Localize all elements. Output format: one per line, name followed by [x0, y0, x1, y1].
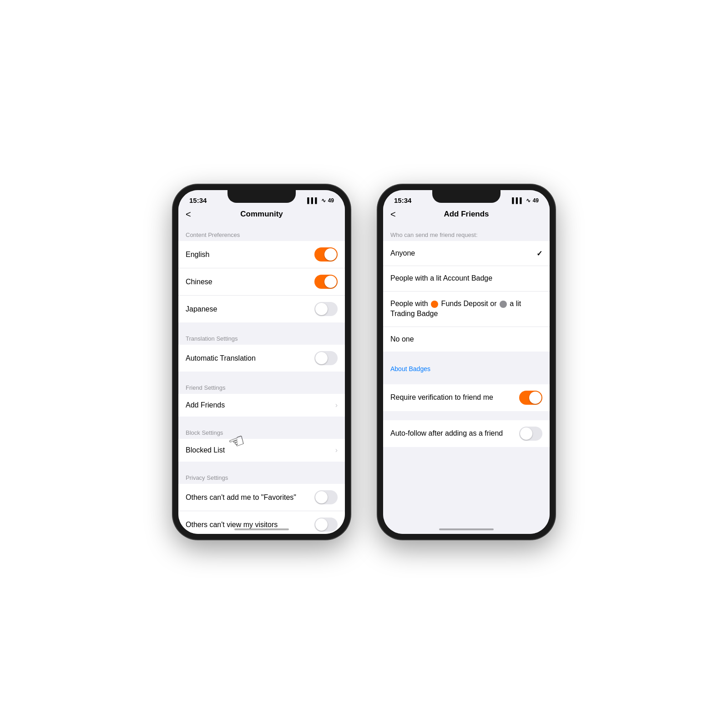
friend-option-anyone[interactable]: Anyone ✓	[383, 241, 550, 266]
no-favorites-label: Others can't add me to "Favorites"	[186, 493, 296, 502]
section-header-privacy: Privacy Settings	[178, 471, 345, 484]
settings-item-japanese[interactable]: Japanese	[178, 296, 345, 322]
auto-follow-label: Auto-follow after adding as a friend	[390, 429, 503, 437]
signal-icon: ▌▌▌	[307, 197, 319, 204]
add-friends-chevron: ›	[335, 401, 338, 409]
english-toggle-knob	[324, 248, 337, 261]
back-button-2[interactable]: <	[390, 209, 396, 220]
japanese-label: Japanese	[186, 305, 217, 313]
page-title-1: Community	[240, 210, 283, 219]
settings-item-auto-follow[interactable]: Auto-follow after adding as a friend	[383, 420, 550, 447]
settings-item-no-visitors[interactable]: Others can't view my visitors	[178, 511, 345, 534]
section-header-block: Block Settings	[178, 426, 345, 439]
section-header-translation: Translation Settings	[178, 332, 345, 345]
friend-option-lit-badge[interactable]: People with a lit Account Badge	[383, 266, 550, 291]
english-toggle[interactable]	[314, 247, 338, 261]
settings-item-verification[interactable]: Require verification to friend me	[383, 384, 550, 411]
auto-follow-toggle[interactable]	[519, 427, 542, 441]
no-visitors-knob	[315, 518, 328, 531]
phone-2: 15:34 ▌▌▌ ∿ 49 < Add Friends Who can sen…	[378, 185, 555, 539]
content-1: Content Preferences English Chinese	[178, 224, 345, 534]
lit-badge-label: People with a lit Account Badge	[390, 273, 542, 283]
auto-follow-group: Auto-follow after adding as a friend	[383, 420, 550, 447]
settings-item-blocked-list[interactable]: Blocked List ›	[178, 439, 345, 462]
no-visitors-toggle[interactable]	[314, 518, 338, 532]
gray-badge-icon	[500, 301, 507, 308]
orange-badge-icon	[431, 301, 438, 308]
status-time-1: 15:34	[189, 196, 207, 204]
no-favorites-knob	[315, 491, 328, 503]
status-icons-2: ▌▌▌ ∿ 49	[512, 197, 539, 204]
funds-deposit-label: People with Funds Deposit or a lit Tradi…	[390, 299, 542, 319]
back-button-1[interactable]: <	[186, 209, 191, 220]
page-title-2: Add Friends	[444, 210, 489, 219]
section-header-content-prefs: Content Preferences	[178, 228, 345, 241]
phone-1: 15:34 ▌▌▌ ∿ 49 < Community Content Prefe…	[173, 185, 350, 539]
anyone-label: Anyone	[390, 248, 536, 258]
settings-item-chinese[interactable]: Chinese	[178, 268, 345, 296]
wifi-icon-2: ∿	[526, 197, 531, 204]
settings-group-privacy: Others can't add me to "Favorites" Other…	[178, 484, 345, 534]
auto-translation-label: Automatic Translation	[186, 354, 256, 362]
notch-2	[432, 190, 500, 203]
settings-item-add-friends[interactable]: Add Friends ›	[178, 394, 345, 417]
anyone-checkmark: ✓	[536, 249, 542, 258]
nav-bar-1: < Community	[178, 206, 345, 224]
chinese-toggle-knob	[324, 276, 337, 288]
status-icons-1: ▌▌▌ ∿ 49	[307, 197, 334, 204]
verification-toggle-knob	[529, 392, 541, 404]
home-indicator-2	[439, 528, 494, 530]
status-time-2: 15:34	[394, 196, 411, 204]
settings-item-english[interactable]: English	[178, 241, 345, 268]
friend-options-group: Anyone ✓ People with a lit Account Badge…	[383, 241, 550, 352]
blocked-list-label: Blocked List	[186, 446, 225, 454]
auto-translation-toggle[interactable]	[314, 351, 338, 365]
friend-option-funds-deposit[interactable]: People with Funds Deposit or a lit Tradi…	[383, 292, 550, 327]
auto-follow-knob	[520, 427, 532, 440]
signal-icon-2: ▌▌▌	[512, 197, 524, 204]
verification-group: Require verification to friend me	[383, 384, 550, 411]
chinese-toggle[interactable]	[314, 275, 338, 289]
settings-group-friend: Add Friends ›	[178, 394, 345, 417]
chinese-label: Chinese	[186, 278, 212, 286]
battery-icon: 49	[328, 197, 334, 204]
notch	[228, 190, 296, 203]
settings-group-translation: Automatic Translation	[178, 345, 345, 372]
verification-toggle[interactable]	[519, 391, 542, 405]
settings-group-content-prefs: English Chinese Japanese	[178, 241, 345, 322]
settings-group-block: Blocked List ›	[178, 439, 345, 462]
japanese-toggle-knob	[315, 303, 328, 315]
friend-option-no-one[interactable]: No one	[383, 327, 550, 352]
who-can-send-header: Who can send me friend request:	[383, 228, 550, 241]
blocked-list-chevron: ›	[335, 446, 338, 454]
add-friends-label: Add Friends	[186, 401, 225, 409]
battery-icon-2: 49	[533, 197, 539, 204]
no-one-label: No one	[390, 334, 542, 344]
wifi-icon: ∿	[321, 197, 326, 204]
section-header-friend: Friend Settings	[178, 381, 345, 394]
japanese-toggle[interactable]	[314, 302, 338, 316]
settings-item-auto-translation[interactable]: Automatic Translation	[178, 345, 345, 372]
home-indicator-1	[234, 528, 289, 530]
nav-bar-2: < Add Friends	[383, 206, 550, 224]
content-2: Who can send me friend request: Anyone ✓…	[383, 224, 550, 534]
auto-translation-knob	[315, 352, 328, 364]
settings-item-no-favorites[interactable]: Others can't add me to "Favorites"	[178, 484, 345, 511]
about-badges-link[interactable]: About Badges	[383, 361, 550, 377]
english-label: English	[186, 251, 209, 259]
no-visitors-label: Others can't view my visitors	[186, 521, 278, 529]
no-favorites-toggle[interactable]	[314, 490, 338, 504]
verification-label: Require verification to friend me	[390, 393, 493, 402]
